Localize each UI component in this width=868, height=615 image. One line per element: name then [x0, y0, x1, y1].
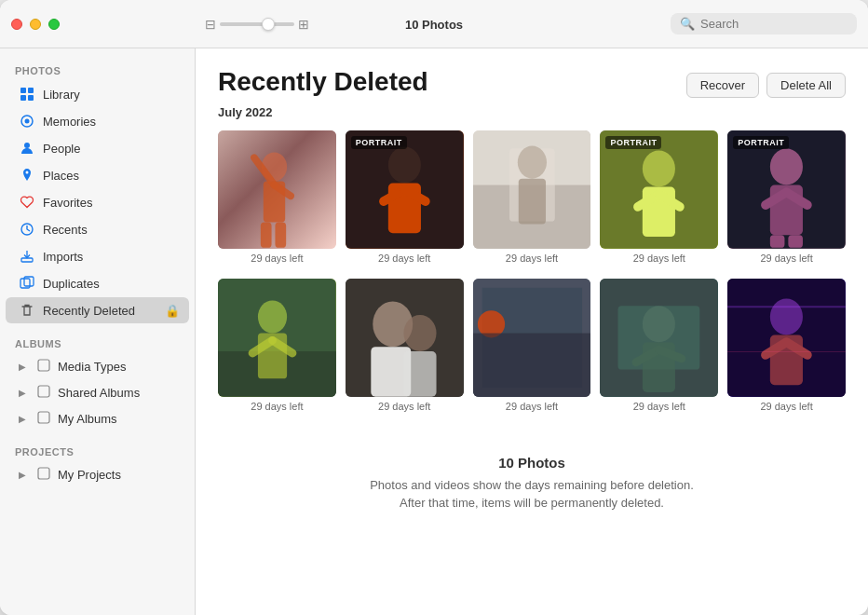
shared-albums-label: Shared Albums — [58, 386, 140, 400]
sidebar-item-people[interactable]: People — [6, 135, 189, 161]
favorites-label: Favorites — [43, 196, 180, 210]
photo-image-8 — [473, 279, 591, 397]
svg-rect-23 — [275, 223, 286, 248]
media-types-chevron-icon: ▶ — [19, 362, 30, 372]
maximize-button[interactable] — [48, 19, 60, 30]
close-button[interactable] — [11, 19, 22, 30]
media-types-icon — [37, 359, 50, 375]
zoom-in-icon[interactable]: ⊞ — [298, 17, 309, 32]
svg-rect-33 — [518, 179, 545, 225]
photo-image-6 — [218, 279, 336, 397]
photo-thumb-7 — [346, 279, 464, 397]
sidebar-item-imports[interactable]: Imports — [6, 243, 189, 269]
photo-image-9 — [600, 279, 718, 397]
svg-rect-0 — [20, 88, 26, 93]
photo-thumb-9 — [600, 279, 718, 397]
svg-point-25 — [388, 147, 421, 184]
shared-albums-icon — [37, 385, 50, 401]
svg-point-48 — [258, 300, 287, 333]
recents-label: Recents — [43, 223, 180, 237]
sidebar-item-library[interactable]: Library — [6, 81, 189, 107]
photo-image-3 — [473, 130, 591, 249]
photo-thumb-5: PORTRAIT — [727, 130, 846, 249]
svg-rect-3 — [28, 95, 34, 101]
content-header: Recently Deleted Recover Delete All — [218, 67, 846, 98]
sidebar-item-shared-albums[interactable]: ▶ Shared Albums — [6, 380, 189, 405]
sidebar-item-memories[interactable]: Memories — [6, 108, 189, 134]
my-albums-icon — [37, 411, 50, 427]
recover-button[interactable]: Recover — [686, 73, 759, 98]
app-window: ⊟ ⊞ 10 Photos 🔍 Photos Libra — [0, 0, 868, 615]
search-bar[interactable]: 🔍 — [671, 13, 857, 34]
photo-grid-row1: 29 days left — [218, 130, 846, 264]
main-layout: Photos Library Memories People — [0, 48, 868, 615]
action-buttons: Recover Delete All — [686, 73, 846, 98]
lock-icon: 🔒 — [165, 304, 180, 318]
shared-albums-chevron-icon: ▶ — [19, 388, 30, 398]
photo-4-caption: 29 days left — [600, 253, 718, 264]
favorites-icon — [19, 194, 35, 211]
library-label: Library — [43, 88, 180, 102]
search-input[interactable] — [700, 17, 831, 31]
sidebar-item-duplicates[interactable]: Duplicates — [6, 270, 189, 296]
photo-thumb-2: PORTRAIT — [346, 130, 464, 249]
section-date: July 2022 — [218, 105, 846, 119]
photo-3-caption: 29 days left — [473, 253, 591, 264]
sidebar-item-recently-deleted[interactable]: Recently Deleted 🔒 — [6, 297, 189, 323]
photo-item-3[interactable]: 29 days left — [473, 130, 591, 264]
memories-label: Memories — [43, 115, 180, 129]
photo-item-5[interactable]: PORTRAIT 29 days left — [727, 130, 846, 264]
sidebar-item-media-types[interactable]: ▶ Media Types — [6, 354, 189, 379]
sidebar-item-recents[interactable]: Recents — [6, 216, 189, 242]
photo-item-9[interactable]: 29 days left — [600, 279, 718, 412]
svg-point-63 — [643, 306, 675, 342]
photo-item-7[interactable]: 29 days left — [346, 279, 464, 412]
photo-image-1 — [218, 130, 336, 249]
svg-rect-72 — [727, 279, 846, 397]
photo-7-caption: 29 days left — [346, 401, 464, 412]
photo-item-8[interactable]: 29 days left — [473, 279, 591, 412]
photo-8-caption: 29 days left — [473, 401, 591, 412]
footer-description: Photos and videos show the days remainin… — [218, 476, 846, 512]
photo-2-caption: 29 days left — [346, 253, 464, 264]
photo-item-4[interactable]: PORTRAIT 29 days left — [600, 130, 718, 264]
sidebar: Photos Library Memories People — [0, 48, 196, 615]
footer-count: 10 Photos — [218, 455, 846, 471]
svg-rect-22 — [261, 223, 272, 248]
svg-rect-1 — [28, 88, 34, 93]
minimize-button[interactable] — [30, 19, 41, 30]
svg-rect-14 — [38, 386, 49, 397]
photo-thumb-4: PORTRAIT — [600, 130, 718, 249]
svg-rect-44 — [770, 235, 785, 248]
zoom-out-icon[interactable]: ⊟ — [205, 17, 216, 32]
photo-item-6[interactable]: 29 days left — [218, 279, 336, 412]
content-area: Recently Deleted Recover Delete All July… — [196, 48, 868, 615]
duplicates-label: Duplicates — [43, 277, 180, 291]
photo-item-1[interactable]: 29 days left — [218, 130, 336, 264]
photo-thumb-3 — [473, 130, 591, 249]
photo-item-10[interactable]: 29 days left — [727, 279, 846, 412]
my-projects-icon — [37, 467, 50, 483]
sidebar-item-places[interactable]: Places — [6, 162, 189, 188]
svg-point-32 — [517, 146, 546, 179]
sidebar-item-my-albums[interactable]: ▶ My Albums — [6, 406, 189, 431]
page-title: Recently Deleted — [218, 67, 428, 97]
my-albums-label: My Albums — [58, 412, 117, 426]
svg-point-5 — [25, 119, 30, 124]
svg-point-54 — [403, 315, 436, 351]
zoom-slider[interactable] — [220, 22, 294, 26]
sidebar-item-my-projects[interactable]: ▶ My Projects — [6, 462, 189, 487]
recently-deleted-label: Recently Deleted — [43, 304, 157, 318]
svg-rect-60 — [473, 333, 591, 396]
photo-item-2[interactable]: PORTRAIT 29 days left — [346, 130, 464, 264]
delete-all-button[interactable]: Delete All — [766, 73, 846, 98]
photo-image-7 — [346, 279, 464, 397]
people-icon — [19, 140, 35, 157]
svg-rect-2 — [20, 95, 26, 101]
svg-point-35 — [643, 150, 675, 186]
sidebar-item-favorites[interactable]: Favorites — [6, 189, 189, 215]
portrait-badge-4: PORTRAIT — [605, 136, 661, 149]
photo-6-caption: 29 days left — [218, 401, 336, 412]
photo-9-caption: 29 days left — [600, 401, 718, 412]
my-projects-label: My Projects — [58, 468, 121, 482]
